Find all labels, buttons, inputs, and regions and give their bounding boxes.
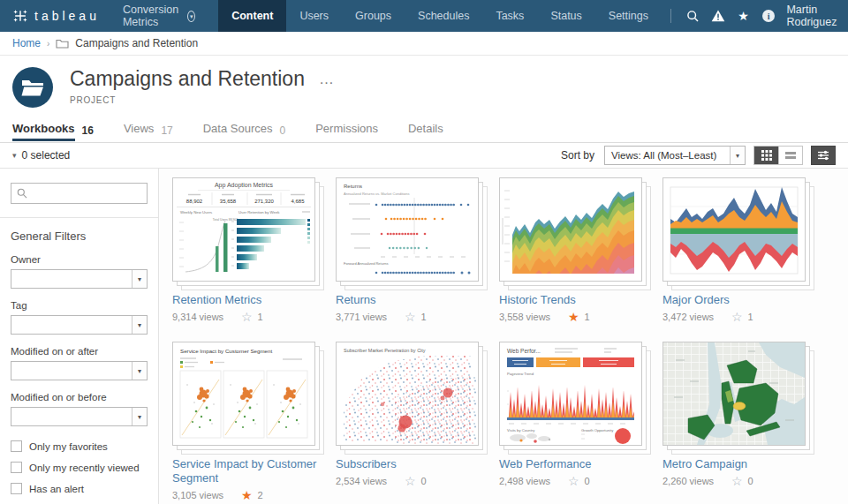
favorite-star-icon[interactable]: ☆ bbox=[568, 476, 579, 486]
tab-permissions[interactable]: Permissions bbox=[315, 119, 378, 142]
favorite-star-icon[interactable]: ★ bbox=[568, 312, 579, 322]
favorite-count: 0 bbox=[585, 476, 590, 486]
nav-divider bbox=[670, 9, 671, 23]
site-selector[interactable]: Conversion Metrics ▾ bbox=[116, 0, 218, 32]
nav-item-schedules[interactable]: Schedules bbox=[405, 0, 482, 32]
breadcrumb: Home › Campaigns and Retention bbox=[0, 32, 848, 56]
workbook-title-link[interactable]: Subscribers bbox=[336, 457, 481, 471]
thumbnail-chart-app-adoption: App Adoption Metrics 88,902 35,658 271,3… bbox=[173, 178, 314, 281]
favorite-count: 1 bbox=[748, 312, 753, 322]
favorite-count: 1 bbox=[421, 312, 427, 322]
checkbox-has-an-alert[interactable]: Has an alert bbox=[11, 483, 148, 494]
workbook-meta: 2,260 views ☆ 0 bbox=[662, 476, 818, 486]
sidebar-search[interactable] bbox=[11, 183, 148, 204]
nav-item-groups[interactable]: Groups bbox=[342, 0, 405, 32]
nav-item-status[interactable]: Status bbox=[537, 0, 594, 32]
workbook-title-link[interactable]: Returns bbox=[336, 293, 481, 307]
workbook-thumbnail[interactable]: Subscriber Market Penetration by City bbox=[336, 342, 479, 446]
checkbox-only-my-favorites[interactable]: Only my favorites bbox=[11, 440, 148, 452]
favorite-star-icon[interactable]: ★ bbox=[241, 490, 253, 500]
checkbox-only-my-recently-viewed[interactable]: Only my recently viewed bbox=[11, 462, 148, 473]
modified-after-select[interactable]: ▾ bbox=[11, 361, 148, 380]
more-options-icon[interactable]: … bbox=[319, 75, 335, 84]
workbook-grid-area: App Adoption Metrics 88,902 35,658 271,3… bbox=[159, 169, 848, 504]
workbook-thumbnail[interactable]: Returns Annualized Returns vs. Market Co… bbox=[336, 177, 479, 282]
nav-item-tasks[interactable]: Tasks bbox=[482, 0, 537, 32]
svg-text:App Adoption Metrics: App Adoption Metrics bbox=[215, 182, 274, 189]
tab-data-sources[interactable]: Data Sources0 bbox=[203, 119, 285, 142]
workbook-thumbnail[interactable]: App Adoption Metrics 88,902 35,658 271,3… bbox=[172, 177, 315, 282]
site-caret-icon: ▾ bbox=[187, 11, 195, 22]
checkbox-box[interactable] bbox=[11, 483, 22, 494]
search-icon bbox=[17, 188, 27, 199]
svg-text:Service Impact by Customer Seg: Service Impact by Customer Segment bbox=[180, 348, 272, 354]
breadcrumb-home-link[interactable]: Home bbox=[12, 37, 41, 49]
sort-select[interactable]: Views: All (Most–Least) ▾ bbox=[604, 146, 746, 165]
thumbnail-chart-web-performance: Web Perfor... bbox=[500, 342, 641, 445]
grid-view-button[interactable] bbox=[754, 147, 778, 164]
thumbnail-chart-returns: Returns Annualized Returns vs. Market Co… bbox=[337, 178, 478, 281]
workbook-meta: 3,558 views ★ 1 bbox=[499, 312, 655, 322]
owner-select[interactable]: ▾ bbox=[11, 269, 148, 289]
favorite-star-icon[interactable]: ☆ bbox=[405, 476, 416, 486]
nav-item-users[interactable]: Users bbox=[286, 0, 342, 32]
workbook-meta: 2,498 views ☆ 0 bbox=[499, 476, 655, 486]
select-caret-icon: ▾ bbox=[132, 270, 147, 288]
breadcrumb-separator: › bbox=[47, 39, 49, 49]
checkbox-box[interactable] bbox=[11, 462, 22, 473]
tableau-server-app: tableau Conversion Metrics ▾ Content Use… bbox=[0, 0, 848, 504]
alerts-icon[interactable] bbox=[705, 10, 731, 22]
workbook-title-link[interactable]: Metro Campaign bbox=[662, 457, 807, 471]
workbook-thumbnail[interactable] bbox=[662, 342, 806, 446]
workbook-thumbnail[interactable] bbox=[499, 177, 642, 282]
view-mode-toggle bbox=[753, 146, 803, 165]
favorite-star-icon[interactable]: ☆ bbox=[731, 476, 743, 486]
brand-wordmark: tableau bbox=[34, 9, 100, 23]
sidebar-divider bbox=[0, 217, 158, 218]
selection-caret-icon[interactable]: ▾ bbox=[12, 151, 17, 160]
tab-details[interactable]: Details bbox=[408, 119, 443, 142]
favorite-star-icon[interactable]: ☆ bbox=[405, 312, 416, 322]
modified-before-select[interactable]: ▾ bbox=[11, 407, 148, 426]
favorite-star-icon[interactable]: ☆ bbox=[731, 312, 743, 322]
nav-item-settings[interactable]: Settings bbox=[595, 0, 662, 32]
workbook-thumbnail[interactable]: Service Impact by Customer Segment bbox=[172, 342, 315, 446]
nav-item-content[interactable]: Content bbox=[218, 0, 286, 32]
checkbox-box[interactable] bbox=[11, 440, 22, 452]
user-menu[interactable]: Martin Rodriguez ▾ bbox=[781, 4, 848, 28]
workbook-thumbnail[interactable] bbox=[662, 177, 806, 282]
favorite-count: 1 bbox=[585, 312, 590, 322]
tab-views[interactable]: Views17 bbox=[124, 119, 173, 142]
page-title: Campaigns and Retention bbox=[70, 67, 305, 91]
search-input[interactable] bbox=[32, 188, 141, 199]
thumbnail-map-metro-campaign bbox=[663, 342, 805, 445]
list-view-button[interactable] bbox=[778, 147, 802, 164]
workbook-title-link[interactable]: Service Impact by Customer Segment bbox=[172, 457, 317, 485]
workbook-title-link[interactable]: Historic Trends bbox=[499, 293, 644, 307]
top-navbar: tableau Conversion Metrics ▾ Content Use… bbox=[0, 0, 848, 32]
search-icon[interactable] bbox=[680, 10, 706, 23]
filter-label-modified-after: Modified on or after bbox=[11, 346, 148, 357]
filter-label-owner: Owner bbox=[11, 254, 148, 265]
tab-workbooks[interactable]: Workbooks16 bbox=[12, 119, 94, 142]
favorite-count: 0 bbox=[748, 476, 753, 486]
favorite-count: 0 bbox=[421, 476, 427, 486]
general-filters-heading: General Filters bbox=[11, 229, 148, 243]
workbook-title-link[interactable]: Major Orders bbox=[662, 293, 807, 307]
workbook-title-link[interactable]: Retention Metrics bbox=[172, 293, 317, 307]
filter-panel-toggle-button[interactable] bbox=[811, 146, 836, 165]
thumbnail-chart-service-impact: Service Impact by Customer Segment bbox=[173, 342, 314, 445]
info-icon[interactable]: i bbox=[756, 10, 782, 22]
select-caret-icon: ▾ bbox=[132, 316, 147, 334]
view-count: 3,558 views bbox=[499, 312, 568, 322]
favorite-star-icon[interactable]: ☆ bbox=[241, 312, 253, 322]
filter-sidebar: General Filters Owner ▾ Tag ▾ Modified o… bbox=[0, 169, 159, 504]
workbook-thumbnail[interactable]: Web Perfor... bbox=[499, 342, 642, 446]
favorites-icon[interactable]: ★ bbox=[731, 9, 756, 23]
project-folder-icon bbox=[21, 79, 44, 97]
workbook-title-link[interactable]: Web Performance bbox=[499, 457, 644, 471]
thumbnail-chart-major-orders bbox=[663, 178, 805, 281]
view-count: 9,314 views bbox=[172, 312, 241, 322]
tag-select[interactable]: ▾ bbox=[11, 315, 148, 335]
tableau-logo[interactable]: tableau bbox=[0, 0, 116, 32]
